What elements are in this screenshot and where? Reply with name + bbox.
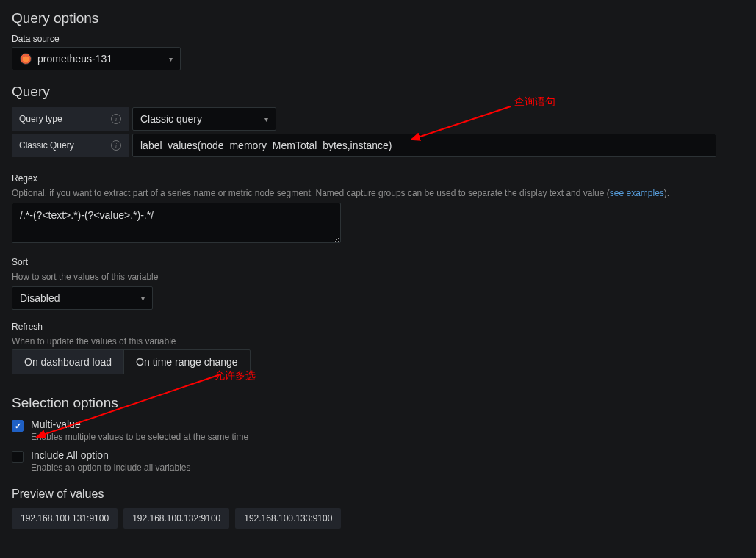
preview-chip: 192.168.100.133:9100	[235, 508, 341, 529]
heading-query-options: Query options	[12, 10, 744, 26]
refresh-button-group: On dashboard load On time range change	[12, 349, 251, 374]
preview-chips: 192.168.100.131:9100 192.168.100.132:910…	[12, 508, 744, 529]
chevron-down-icon: ▾	[264, 115, 268, 123]
sort-value: Disabled	[20, 292, 60, 304]
chevron-down-icon: ▾	[169, 55, 173, 63]
refresh-label: Refresh	[12, 322, 744, 332]
query-type-value: Classic query	[140, 113, 202, 125]
regex-hint: Optional, if you want to extract part of…	[12, 186, 744, 200]
query-type-label: Query type i	[12, 107, 129, 131]
multi-value-label: Multi-value	[31, 418, 248, 430]
preview-chip: 192.168.100.131:9100	[12, 508, 118, 529]
heading-selection-options: Selection options	[12, 395, 744, 411]
multi-value-checkbox[interactable]	[12, 420, 24, 432]
sort-select[interactable]: Disabled ▾	[12, 286, 153, 310]
refresh-on-time-range-change-button[interactable]: On time range change	[123, 350, 250, 374]
heading-preview: Preview of values	[12, 488, 744, 501]
classic-query-input[interactable]: label_values(node_memory_MemTotal_bytes,…	[132, 134, 716, 157]
data-source-value: prometheus-131	[37, 53, 112, 65]
regex-label: Regex	[12, 173, 744, 184]
include-all-desc: Enables an option to include all variabl…	[31, 463, 190, 473]
regex-input[interactable]	[12, 203, 341, 243]
heading-query: Query	[12, 84, 744, 100]
refresh-on-dashboard-load-button[interactable]: On dashboard load	[12, 350, 123, 374]
data-source-select[interactable]: prometheus-131 ▾	[12, 47, 181, 70]
sort-hint: How to sort the values of this variable	[12, 270, 744, 283]
data-source-label: Data source	[12, 34, 744, 44]
info-icon[interactable]: i	[111, 140, 121, 151]
chevron-down-icon: ▾	[141, 294, 145, 302]
info-icon[interactable]: i	[111, 114, 121, 124]
classic-query-label: Classic Query i	[12, 134, 129, 157]
preview-chip: 192.168.100.132:9100	[123, 508, 229, 529]
prometheus-icon	[20, 53, 32, 65]
include-all-label: Include All option	[31, 449, 190, 461]
include-all-checkbox[interactable]	[12, 451, 24, 463]
multi-value-desc: Enables multiple values to be selected a…	[31, 432, 248, 442]
query-type-select[interactable]: Classic query ▾	[132, 107, 276, 131]
sort-label: Sort	[12, 257, 744, 267]
refresh-hint: When to update the values of this variab…	[12, 335, 744, 348]
regex-examples-link[interactable]: see examples	[610, 188, 664, 198]
